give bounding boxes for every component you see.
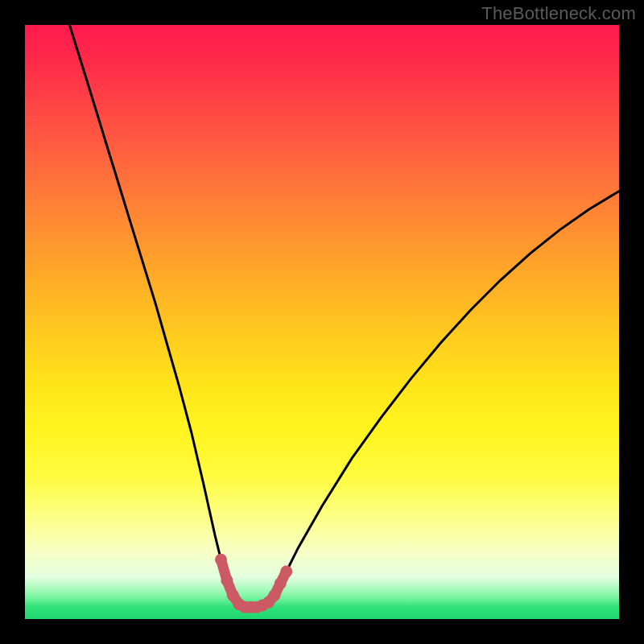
curve-left-branch	[69, 25, 233, 596]
chart-frame: TheBottleneck.com	[0, 0, 644, 644]
highlight-dot	[275, 577, 287, 589]
curve-right-branch	[275, 192, 619, 596]
highlight-dot	[221, 575, 233, 587]
highlight-dot	[269, 589, 281, 601]
watermark-text: TheBottleneck.com	[481, 3, 636, 24]
highlight-dot	[215, 554, 227, 566]
curve-layer	[25, 25, 619, 619]
plot-area	[25, 25, 619, 619]
highlight-dot	[280, 566, 292, 578]
